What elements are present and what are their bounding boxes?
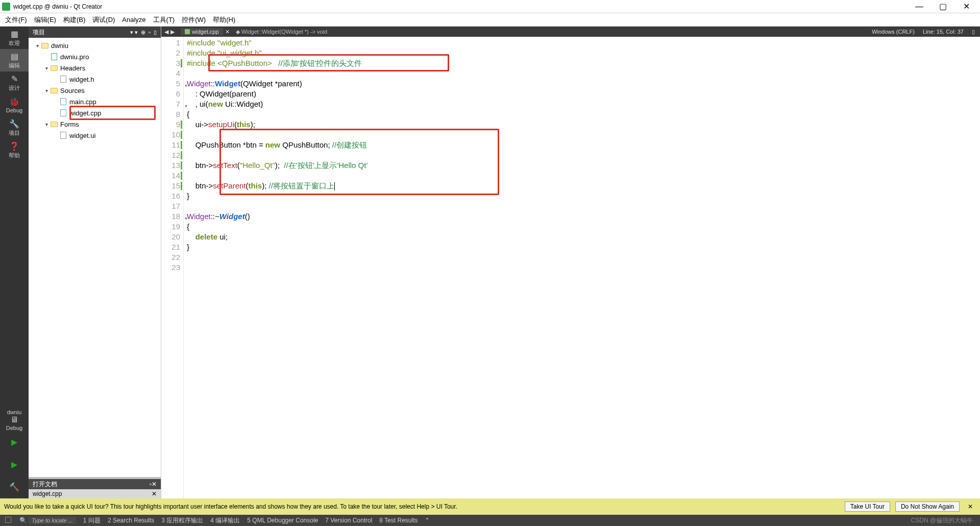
menu-help[interactable]: 帮助(H) xyxy=(210,14,238,26)
close-panel-icon[interactable]: ▯ xyxy=(154,29,157,36)
close-button[interactable]: ✕ xyxy=(954,0,978,13)
gutter: 1234 5▾67▾8 9101112 13141516 1718▾1920 2… xyxy=(161,37,184,498)
menu-build[interactable]: 构建(B) xyxy=(60,14,88,26)
editor-area: ◀ ▶ widget.cpp ✕ ◆ Widget::Widget(QWidge… xyxy=(161,27,980,498)
locator[interactable]: 🔍 Type to locate ... xyxy=(16,517,79,524)
bug-icon: 🐞 xyxy=(9,97,19,107)
editor-tab[interactable]: widget.cpp xyxy=(181,28,223,35)
open-doc-item[interactable]: widget.cpp✕ xyxy=(29,489,161,498)
sidebar-toggle-icon[interactable] xyxy=(2,517,15,524)
project-tree: ▾dwniu dwniu.pro ▾Headers widget.h ▾Sour… xyxy=(29,38,161,477)
pane-chevron-icon[interactable]: ⌃ xyxy=(422,517,433,524)
wrench-icon: 🔧 xyxy=(9,119,19,129)
cursor-position: Line: 15, Col: 37 xyxy=(923,29,964,35)
app-output-pane[interactable]: 3 应用程序输出 xyxy=(158,516,206,525)
menu-widgets[interactable]: 控件(W) xyxy=(179,14,209,26)
take-tour-button[interactable]: Take UI Tour xyxy=(845,501,890,512)
watermark: CSDN @偏强的大蜗牛 xyxy=(905,516,978,525)
issues-pane[interactable]: 1 问题 xyxy=(80,516,104,525)
tree-main-cpp[interactable]: main.cpp xyxy=(29,96,161,107)
open-docs-header: 打开文档 ▫ ✕ xyxy=(29,479,161,489)
hammer-icon: 🔨 xyxy=(9,482,19,492)
window-title: widget.cpp @ dwniu - Qt Creator xyxy=(13,3,908,10)
test-results-pane[interactable]: 8 Test Results xyxy=(376,517,421,524)
cpp-file-icon xyxy=(185,29,190,34)
version-control-pane[interactable]: 7 Version Control xyxy=(322,517,375,524)
tree-root[interactable]: ▾dwniu xyxy=(29,40,161,51)
filter-icon[interactable]: ▾ ▾ xyxy=(130,29,138,36)
close-panel-icon-2[interactable]: ✕ xyxy=(152,481,157,488)
code-text[interactable]: #include "widget.h" #include "ui_widget.… xyxy=(184,37,980,498)
editor-toolbar: ◀ ▶ widget.cpp ✕ ◆ Widget::Widget(QWidge… xyxy=(161,27,980,37)
maximize-button[interactable]: ▢ xyxy=(931,0,954,13)
pencil-icon: ✎ xyxy=(11,74,18,84)
mode-projects[interactable]: 🔧项目 xyxy=(0,116,29,139)
menu-debug[interactable]: 调试(D) xyxy=(89,14,118,26)
titlebar: widget.cpp @ dwniu - Qt Creator — ▢ ✕ xyxy=(0,0,980,13)
minimize-button[interactable]: — xyxy=(908,0,931,13)
notification-bar: Would you like to take a quick UI tour? … xyxy=(0,498,980,515)
mode-selector: ▦欢迎 ▤编辑 ✎设计 🐞Debug 🔧项目 ❓帮助 dwniu🖥Debug ▶… xyxy=(0,27,29,498)
app-icon xyxy=(2,3,10,11)
mode-design[interactable]: ✎设计 xyxy=(0,71,29,94)
run-debug-button[interactable]: ▶ xyxy=(0,453,29,476)
nav-back-icon[interactable]: ◀ xyxy=(164,29,168,35)
line-ending-selector[interactable]: Windows (CRLF) xyxy=(872,29,915,35)
menu-tools[interactable]: 工具(T) xyxy=(150,14,178,26)
search-results-pane[interactable]: 2 Search Results xyxy=(105,517,157,524)
mode-help[interactable]: ❓帮助 xyxy=(0,139,29,161)
help-icon: ❓ xyxy=(9,141,19,151)
tab-close-icon[interactable]: ✕ xyxy=(223,29,232,35)
tree-widget-ui[interactable]: widget.ui xyxy=(29,130,161,141)
open-docs-list: widget.cpp✕ xyxy=(29,489,161,498)
monitor-icon: 🖥 xyxy=(10,415,18,424)
statusbar: 🔍 Type to locate ... 1 问题 2 Search Resul… xyxy=(0,515,980,526)
split-icon[interactable]: ▫ xyxy=(149,29,151,35)
code-editor[interactable]: 1234 5▾67▾8 9101112 13141516 1718▾1920 2… xyxy=(161,37,980,498)
editor-menu-icon[interactable]: ▯ xyxy=(972,29,975,35)
mode-welcome[interactable]: ▦欢迎 xyxy=(0,27,29,49)
tree-pro-file[interactable]: dwniu.pro xyxy=(29,51,161,62)
mode-debug[interactable]: 🐞Debug xyxy=(0,94,29,116)
menubar: 文件(F) 编辑(E) 构建(B) 调试(D) Analyze 工具(T) 控件… xyxy=(0,13,980,27)
notification-text: Would you like to take a quick UI tour? … xyxy=(4,503,840,510)
symbol-combo[interactable]: ◆ Widget::Widget(QWidget *) -> void xyxy=(232,29,331,35)
grid-icon: ▦ xyxy=(11,29,18,39)
edit-icon: ▤ xyxy=(11,52,18,61)
do-not-show-button[interactable]: Do Not Show Again xyxy=(895,501,960,512)
tree-headers[interactable]: ▾Headers xyxy=(29,62,161,74)
side-panel: 项目 ▾ ▾ ⊕ ▫ ▯ ▾dwniu dwniu.pro ▾Headers w… xyxy=(29,27,161,498)
projects-header: 项目 ▾ ▾ ⊕ ▫ ▯ xyxy=(29,27,161,38)
qml-console-pane[interactable]: 5 QML Debugger Console xyxy=(244,517,321,524)
play-bug-icon: ▶ xyxy=(11,460,17,469)
notification-close-icon[interactable]: ✕ xyxy=(965,503,976,510)
compile-output-pane[interactable]: 4 编译输出 xyxy=(207,516,243,525)
menu-file[interactable]: 文件(F) xyxy=(2,14,30,26)
nav-fwd-icon[interactable]: ▶ xyxy=(170,29,175,35)
play-icon: ▶ xyxy=(11,437,17,447)
menu-edit[interactable]: 编辑(E) xyxy=(31,14,59,26)
mode-edit[interactable]: ▤编辑 xyxy=(0,49,29,71)
kit-selector[interactable]: dwniu🖥Debug xyxy=(0,409,29,431)
tree-widget-cpp[interactable]: widget.cpp xyxy=(29,107,161,118)
tree-sources[interactable]: ▾Sources xyxy=(29,85,161,96)
build-button[interactable]: 🔨 xyxy=(0,476,29,498)
run-button[interactable]: ▶ xyxy=(0,431,29,453)
tree-forms[interactable]: ▾Forms xyxy=(29,118,161,130)
add-icon[interactable]: ⊕ xyxy=(141,29,145,36)
tree-widget-h[interactable]: widget.h xyxy=(29,74,161,85)
menu-analyze[interactable]: Analyze xyxy=(119,15,149,25)
close-doc-icon[interactable]: ✕ xyxy=(152,490,157,497)
